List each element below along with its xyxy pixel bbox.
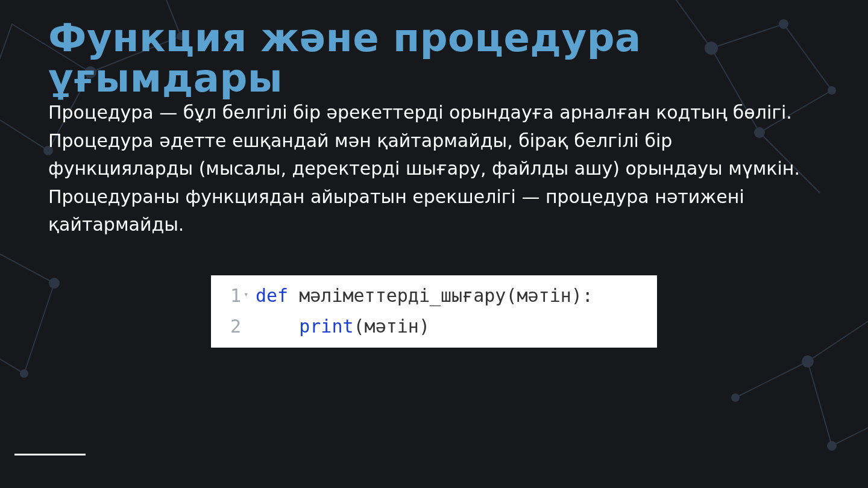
footer-divider bbox=[14, 454, 86, 455]
code-text: мәліметтерді_шығару(мәтін): bbox=[299, 280, 593, 311]
code-example: 1▾def мәліметтерді_шығару(мәтін): 2 prin… bbox=[211, 275, 657, 348]
code-line-1: 1▾def мәліметтерді_шығару(мәтін): bbox=[219, 280, 649, 311]
svg-point-11 bbox=[731, 393, 740, 402]
slide-paragraph: Процедура — бұл белгілі бір әрекеттерді … bbox=[48, 99, 820, 239]
slide-content: Функция және процедура ұғымдары Процедур… bbox=[0, 0, 868, 348]
line-number: 2 bbox=[219, 311, 241, 342]
line-number: 1 bbox=[219, 280, 241, 311]
code-text: (мәтін) bbox=[354, 311, 430, 342]
fold-triangle-icon: ▾ bbox=[241, 287, 256, 302]
svg-point-9 bbox=[802, 355, 814, 368]
svg-point-4 bbox=[20, 369, 28, 378]
code-keyword-def: def bbox=[256, 280, 288, 311]
code-function-print: print bbox=[299, 311, 353, 342]
slide-title: Функция және процедура ұғымдары bbox=[48, 18, 820, 99]
code-line-2: 2 print(мәтін) bbox=[219, 311, 649, 342]
svg-point-10 bbox=[827, 441, 837, 451]
